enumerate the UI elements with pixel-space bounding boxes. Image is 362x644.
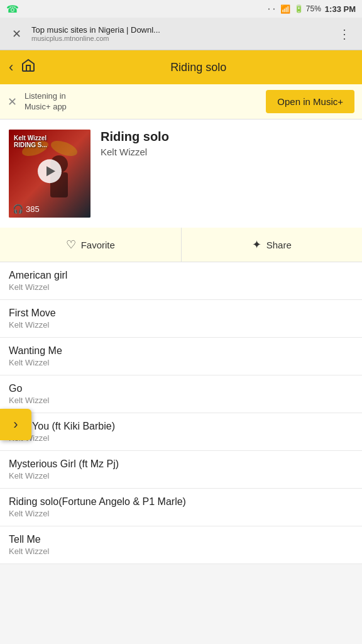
- song-header: Kelt WizzelRIDING S... 🎧 385 Riding solo…: [0, 119, 362, 228]
- song-list-item[interactable]: First MoveKelt Wizzel: [0, 300, 362, 338]
- share-icon: ✦: [252, 238, 261, 252]
- tab-title: Top music sites in Nigeria | Downl...: [31, 25, 283, 35]
- status-time: 1:33 PM: [325, 4, 356, 14]
- signal-bars-icon: 📶: [280, 4, 290, 14]
- song-item-artist: Kelt Wizzel: [9, 509, 353, 518]
- song-item-artist: Kelt Wizzel: [9, 547, 353, 556]
- whatsapp-icon: ☎: [6, 3, 19, 15]
- tab-url: musicplus.mtnonline.com: [31, 35, 328, 42]
- song-item-artist: Kelt Wizzel: [9, 471, 353, 480]
- song-info: Riding solo Kelt Wizzel: [101, 130, 353, 157]
- song-list: American girlKelt WizzelFirst MoveKelt W…: [0, 262, 362, 564]
- open-in-music-plus-button[interactable]: Open in Music+: [266, 90, 354, 113]
- battery-icon: 🔋 75%: [294, 4, 321, 13]
- headphone-icon: 🎧: [13, 204, 23, 214]
- song-item-artist: Kelt Wizzel: [9, 433, 353, 443]
- banner-close-button[interactable]: ✕: [8, 95, 17, 109]
- song-artist: Kelt Wizzel: [101, 147, 353, 157]
- floating-next-button[interactable]: ›: [0, 409, 31, 440]
- song-list-item[interactable]: Mysterious Girl (ft Mz Pj)Kelt Wizzel: [0, 451, 362, 489]
- album-artist-text: Kelt WizzelRIDING S...: [14, 135, 47, 148]
- song-item-title: Only You (ft Kiki Barbie): [9, 421, 353, 432]
- song-item-artist: Kelt Wizzel: [9, 396, 353, 405]
- song-title: Riding solo: [101, 130, 353, 144]
- browser-tab-bar: ✕ Top music sites in Nigeria | Downl... …: [0, 18, 362, 50]
- chevron-right-icon: ›: [13, 416, 18, 433]
- nav-back-button[interactable]: ‹: [9, 59, 13, 75]
- song-item-title: American girl: [9, 270, 353, 281]
- close-tab-button[interactable]: ✕: [8, 27, 25, 41]
- share-label: Share: [266, 240, 292, 250]
- song-item-title: Wanting Me: [9, 345, 353, 357]
- browser-menu-button[interactable]: ⋮: [334, 24, 354, 44]
- song-item-artist: Kelt Wizzel: [9, 320, 353, 330]
- song-list-item[interactable]: GoKelt Wizzel: [0, 375, 362, 413]
- favorite-label: Favorite: [81, 240, 115, 250]
- song-list-item[interactable]: Only You (ft Kiki Barbie)Kelt Wizzel: [0, 413, 362, 451]
- song-list-item[interactable]: American girlKelt Wizzel: [0, 262, 362, 300]
- banner-text: Listening in Music+ app: [25, 91, 258, 113]
- song-item-title: Tell Me: [9, 534, 353, 545]
- song-item-title: Mysterious Girl (ft Mz Pj): [9, 458, 353, 470]
- share-button[interactable]: ✦ Share: [182, 228, 363, 262]
- heart-icon: ♡: [66, 238, 76, 252]
- nav-bar: ‹ Riding solo: [0, 50, 362, 84]
- listen-count: 🎧 385: [13, 204, 87, 214]
- song-item-title: Riding solo(Fortune Angelo & P1 Marle): [9, 496, 353, 508]
- song-item-artist: Kelt Wizzel: [9, 282, 353, 292]
- nav-home-button[interactable]: [21, 58, 36, 77]
- action-bar: ♡ Favorite ✦ Share: [0, 228, 362, 262]
- listen-count-value: 385: [26, 204, 40, 214]
- song-item-title: Go: [9, 383, 353, 394]
- song-list-item[interactable]: Wanting MeKelt Wizzel: [0, 338, 362, 375]
- tab-info: Top music sites in Nigeria | Downl... mu…: [31, 25, 328, 42]
- nav-title: Riding solo: [43, 61, 353, 74]
- favorite-button[interactable]: ♡ Favorite: [0, 228, 182, 262]
- album-art: Kelt WizzelRIDING S... 🎧 385: [9, 130, 90, 218]
- signal-icon: ⬝⬝: [266, 4, 277, 14]
- music-plus-banner: ✕ Listening in Music+ app Open in Music+: [0, 84, 362, 119]
- album-art-overlay: Kelt WizzelRIDING S... 🎧 385: [9, 130, 90, 218]
- song-list-item[interactable]: Tell MeKelt Wizzel: [0, 526, 362, 564]
- song-list-item[interactable]: Riding solo(Fortune Angelo & P1 Marle)Ke…: [0, 489, 362, 526]
- play-button[interactable]: [38, 159, 62, 183]
- song-item-title: First Move: [9, 308, 353, 319]
- status-bar: ☎ ⬝⬝ 📶 🔋 75% 1:33 PM: [0, 0, 362, 18]
- play-triangle-icon: [47, 166, 55, 176]
- song-item-artist: Kelt Wizzel: [9, 358, 353, 367]
